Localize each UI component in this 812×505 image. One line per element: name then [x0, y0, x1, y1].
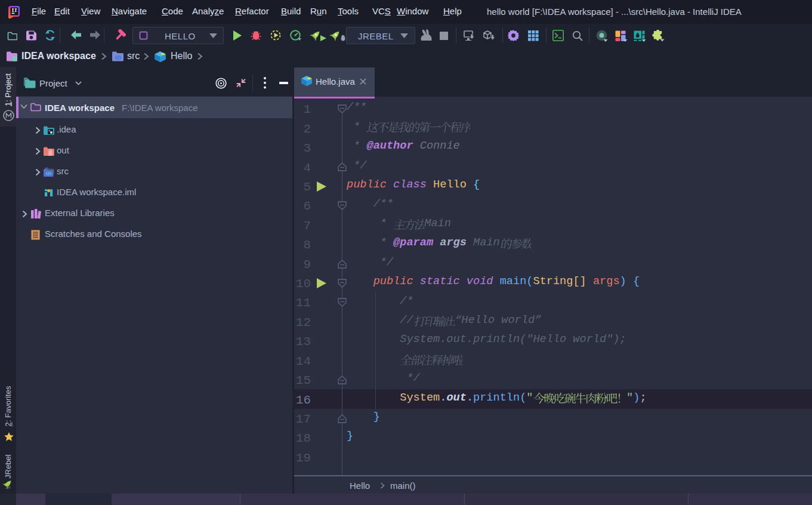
svg-text:JR: JR: [5, 485, 11, 489]
